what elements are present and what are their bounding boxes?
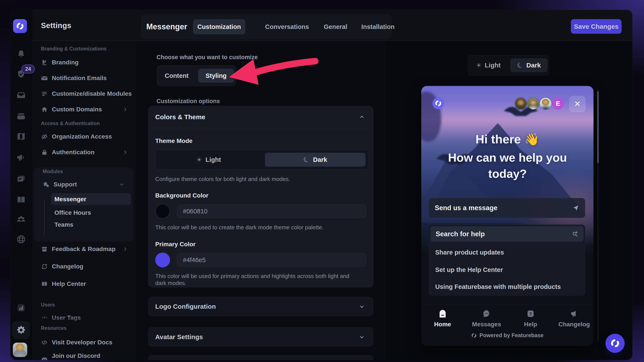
search-placeholder: Search for help	[436, 230, 485, 238]
book-icon	[41, 280, 48, 287]
colors-theme-header[interactable]: Colors & Theme	[148, 106, 374, 128]
close-icon[interactable]: ✕	[569, 96, 586, 112]
tab-installation[interactable]: Installation	[360, 19, 395, 34]
avatar-settings-header[interactable]: Avatar Settings	[148, 327, 374, 347]
discord-icon	[41, 356, 48, 360]
settings-gear-icon[interactable]	[12, 321, 30, 339]
desktop-background: 24	[0, 0, 644, 362]
notifications-bell-icon[interactable]	[16, 49, 26, 59]
card-title: Logo Configuration	[155, 303, 216, 310]
user-avatar[interactable]	[13, 343, 27, 357]
search-input[interactable]: Search for help	[430, 226, 584, 242]
sidebar-item-branding[interactable]: Branding	[34, 55, 134, 69]
choose-customize-label: Choose what you want to customize	[156, 54, 258, 61]
card-title: Colors & Theme	[155, 113, 205, 121]
send-icon	[572, 205, 579, 211]
messenger-launcher-bubble[interactable]	[606, 334, 624, 353]
sidebar-item-organization-access[interactable]: Organization Access	[34, 130, 134, 144]
megaphone-icon	[570, 309, 579, 318]
nav-help[interactable]: ? Help	[513, 309, 548, 328]
nav-label: Messages	[472, 321, 501, 328]
posts-cards-icon[interactable]	[16, 174, 26, 184]
send-message-card[interactable]: Send us a message	[429, 198, 585, 218]
top-header-bar: Settings Messenger Customization Convers…	[32, 10, 632, 41]
decks-icon[interactable]	[16, 111, 26, 122]
featurebase-logo	[432, 97, 444, 109]
featurebase-logo[interactable]	[13, 19, 27, 33]
help-article-link[interactable]: Set up the Help Center	[430, 262, 584, 278]
background-color-label: Background Color	[155, 192, 366, 199]
content-styling-toggle: Content Styling	[157, 65, 236, 86]
moon-icon: ☾	[302, 155, 311, 165]
inbox-icon[interactable]	[16, 90, 26, 100]
module-title: Messenger	[146, 14, 187, 39]
nav-label: Help	[524, 321, 537, 328]
roadmap-map-icon[interactable]	[16, 131, 26, 142]
sidebar-item-authentication[interactable]: Authentication	[34, 145, 134, 159]
sidebar-item-help-center[interactable]: Help Center	[34, 277, 134, 291]
sidebar-item-changelog[interactable]: Changelog	[34, 260, 134, 274]
section-modules: Modules	[43, 168, 130, 175]
nav-changelog[interactable]: Changelog	[557, 309, 592, 328]
theme-option-label: Dark	[313, 156, 327, 163]
sidebar-item-support[interactable]: Support	[38, 178, 130, 191]
docs-book-icon[interactable]	[16, 194, 26, 205]
widget-greeting-question: How can we help you today?	[436, 149, 579, 182]
sidebar-item-discord[interactable]: Join our Discord community	[34, 353, 133, 360]
search-icon	[572, 231, 578, 237]
styling-tab[interactable]: Styling	[198, 69, 234, 83]
content-tab[interactable]: Content	[159, 69, 195, 83]
preview-dark-option[interactable]: ☾ Dark	[510, 58, 548, 72]
powered-by[interactable]: Powered by Featurebase	[421, 332, 594, 339]
tab-customization[interactable]: Customization	[193, 19, 245, 34]
help-article-link[interactable]: Share product updates	[430, 245, 584, 260]
logo-configuration-header[interactable]: Logo Configuration	[148, 297, 374, 316]
primary-color-input[interactable]	[177, 253, 366, 267]
help-article-link[interactable]: Using Featurebase with multiple products	[430, 279, 584, 295]
save-button[interactable]: Save Changes	[571, 19, 622, 34]
tab-general[interactable]: General	[321, 19, 350, 34]
theme-dark-option[interactable]: ☾ Dark	[265, 153, 366, 167]
messages-bubble-icon	[482, 309, 491, 318]
sidebar-item-notification-emails[interactable]: Notification Emails	[34, 71, 134, 85]
background-color-swatch[interactable]	[155, 204, 170, 219]
colors-theme-card: Colors & Theme Theme Mode ☀ Light ☾ Dark	[148, 106, 374, 287]
primary-color-label: Primary Color	[155, 241, 366, 248]
widget-greeting: Hi there 👋	[431, 132, 584, 146]
nav-home[interactable]: Home	[425, 309, 460, 328]
sidebar-item-developer-docs[interactable]: Visit Developer Docs	[34, 336, 133, 349]
send-message-label: Send us a message	[435, 204, 498, 212]
sidebar-subitem-teams[interactable]: Teams	[51, 220, 131, 230]
chevron-right-icon	[122, 247, 128, 252]
messenger-widget-preview: E ✕ Hi there 👋 How can we help you today…	[421, 86, 594, 346]
sidebar-item-label: Notification Emails	[52, 75, 107, 82]
home-icon	[41, 106, 48, 113]
preview-light-option[interactable]: ☀ Light	[470, 58, 507, 72]
tab-conversations[interactable]: Conversations	[265, 19, 309, 34]
nav-label: Home	[434, 321, 451, 328]
preview-scrollbar-thumb[interactable]	[597, 91, 599, 163]
globe-icon[interactable]	[16, 234, 26, 245]
primary-color-swatch[interactable]	[155, 253, 170, 267]
next-settings-card	[148, 355, 374, 360]
sun-icon: ☀	[196, 156, 202, 164]
sidebar-subitem-office-hours[interactable]: Office Hours	[51, 208, 131, 218]
section-branding: Branding & Customizations	[41, 44, 135, 53]
sidebar-subitem-messenger[interactable]: Messenger	[51, 193, 131, 205]
chevron-up-icon	[359, 114, 365, 120]
sidebar-item-label: Help Center	[52, 280, 86, 287]
theme-light-option[interactable]: ☀ Light	[158, 153, 259, 167]
chat-bubble-icon	[610, 338, 620, 349]
avatar	[540, 98, 552, 109]
sidebar-item-feedback-roadmap[interactable]: Feedback & Roadmap	[34, 242, 134, 256]
background-color-input[interactable]	[177, 205, 366, 218]
section-resources: Resources	[41, 324, 135, 333]
sidebar-item-customize-modules[interactable]: Customize/disable Modules	[34, 87, 134, 101]
icon-rail: 24	[10, 10, 32, 360]
sidebar-item-custom-domains[interactable]: Custom Domains	[34, 102, 134, 116]
analytics-icon[interactable]	[12, 299, 30, 317]
chevron-right-icon	[122, 150, 128, 155]
nav-messages[interactable]: Messages	[469, 309, 504, 328]
announce-megaphone-icon[interactable]	[16, 152, 26, 163]
users-icon[interactable]	[16, 214, 26, 224]
